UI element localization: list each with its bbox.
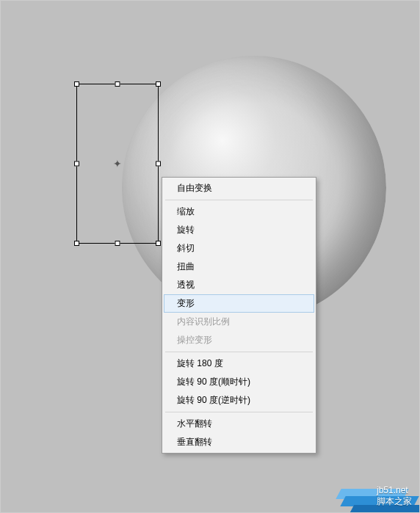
handle-bottom-middle[interactable] xyxy=(115,241,120,246)
menu-distort[interactable]: 扭曲 xyxy=(164,258,314,276)
handle-bottom-left[interactable] xyxy=(74,241,79,246)
handle-bottom-right[interactable] xyxy=(156,241,161,246)
menu-rotate-90-cw[interactable]: 旋转 90 度(顺时针) xyxy=(164,373,314,391)
watermark-text: jb51.net 脚本之家 xyxy=(377,485,412,508)
handle-top-left[interactable] xyxy=(74,81,79,87)
menu-scale[interactable]: 缩放 xyxy=(164,203,314,221)
transform-bounding-box[interactable]: ✦ xyxy=(76,84,159,244)
watermark-url: jb51.net xyxy=(377,485,408,495)
handle-middle-right[interactable] xyxy=(156,161,161,167)
menu-rotate-180[interactable]: 旋转 180 度 xyxy=(164,354,314,373)
menu-puppet-warp: 操控变形 xyxy=(164,331,314,349)
menu-warp[interactable]: 变形 xyxy=(164,294,314,313)
watermark-label: 脚本之家 xyxy=(377,496,412,506)
menu-rotate[interactable]: 旋转 xyxy=(164,221,314,239)
menu-separator xyxy=(165,200,313,200)
transform-context-menu: 自由变换 缩放 旋转 斜切 扭曲 透视 变形 内容识别比例 操控变形 旋转 18… xyxy=(162,177,316,454)
watermark: jb51.net 脚本之家 xyxy=(309,481,419,512)
menu-separator xyxy=(165,352,313,352)
menu-perspective[interactable]: 透视 xyxy=(164,276,314,294)
menu-flip-horizontal[interactable]: 水平翻转 xyxy=(164,415,314,433)
handle-middle-left[interactable] xyxy=(74,161,79,167)
menu-free-transform[interactable]: 自由变换 xyxy=(164,179,314,197)
transform-center-icon: ✦ xyxy=(113,159,122,169)
menu-separator xyxy=(165,412,313,412)
handle-top-middle[interactable] xyxy=(115,81,120,87)
menu-rotate-90-ccw[interactable]: 旋转 90 度(逆时针) xyxy=(164,391,314,410)
menu-flip-vertical[interactable]: 垂直翻转 xyxy=(164,433,314,451)
handle-top-right[interactable] xyxy=(156,81,161,87)
menu-content-aware-scale: 内容识别比例 xyxy=(164,313,314,331)
menu-skew[interactable]: 斜切 xyxy=(164,239,314,258)
